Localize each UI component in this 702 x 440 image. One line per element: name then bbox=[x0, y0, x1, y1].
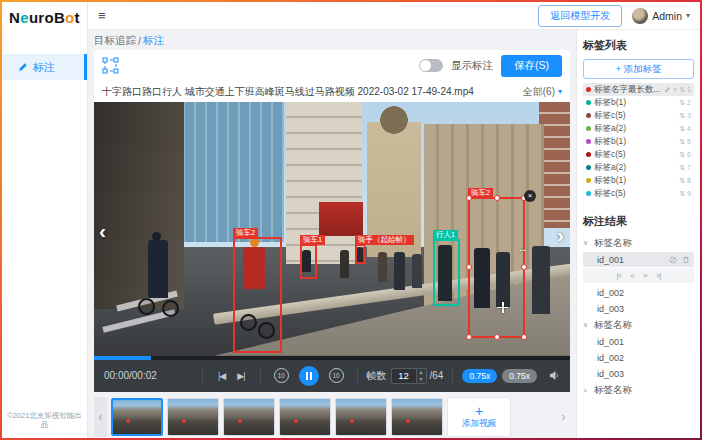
label-name: 标签b(1) bbox=[594, 136, 676, 148]
label-shortcut: 4 bbox=[687, 125, 691, 132]
forward-10-icon[interactable]: 10 bbox=[329, 368, 344, 383]
logo-part: o bbox=[65, 9, 74, 26]
label-name: 标签c(5) bbox=[594, 149, 676, 161]
add-label-button[interactable]: + 添加标签 bbox=[583, 59, 694, 79]
next-frame-icon[interactable]: ▶| bbox=[237, 371, 244, 381]
divider bbox=[357, 367, 358, 385]
result-item[interactable]: id_001 bbox=[583, 334, 694, 349]
result-item[interactable]: id_002 bbox=[583, 285, 694, 300]
label-shortcut: 3 bbox=[687, 112, 691, 119]
sort-icon: ⇅ bbox=[679, 112, 685, 120]
bbox-cyclist2[interactable]: 骑车2 bbox=[233, 237, 282, 353]
resize-handle[interactable] bbox=[521, 334, 527, 340]
thumbs-prev-chevron[interactable]: ‹ bbox=[94, 397, 107, 437]
video-thumbnail-1[interactable] bbox=[111, 398, 163, 436]
label-name: 标签b(1) bbox=[594, 175, 676, 187]
sidebar-item-annotate[interactable]: 标注 bbox=[2, 54, 87, 80]
next-video-chevron[interactable]: › bbox=[557, 224, 564, 245]
speed-button-active[interactable]: 0.75x bbox=[462, 369, 497, 383]
result-group-collapsed[interactable]: > 标签名称 bbox=[583, 382, 694, 398]
bbox-pedestrian1[interactable]: 行人1 bbox=[433, 239, 460, 306]
bbox-cyclist2-selected[interactable]: 骑车2 × bbox=[468, 197, 525, 338]
label-item[interactable]: 标签a(2) ⇅7 bbox=[583, 161, 694, 174]
breadcrumb-parent[interactable]: 目标追踪 bbox=[94, 34, 136, 48]
bbox-tool-icon[interactable] bbox=[102, 57, 119, 74]
result-id: id_002 bbox=[597, 353, 624, 363]
result-item[interactable]: id_002 bbox=[583, 350, 694, 365]
resize-handle[interactable] bbox=[466, 195, 472, 201]
label-color-dot bbox=[586, 152, 591, 157]
video-thumbnail-6[interactable] bbox=[391, 398, 443, 436]
label-item[interactable]: 标签c(5) ⇅9 bbox=[583, 187, 694, 200]
resize-handle[interactable] bbox=[494, 195, 500, 201]
first-page-icon[interactable]: |< bbox=[617, 271, 622, 280]
delete-box-icon[interactable]: × bbox=[524, 190, 536, 202]
add-video-button[interactable]: + 添加视频 bbox=[447, 397, 511, 437]
label-item[interactable]: 标签a(2) ⇅4 bbox=[583, 122, 694, 135]
label-item[interactable]: 标签b(1) ⇅8 bbox=[583, 174, 694, 187]
user-name: Admin bbox=[652, 10, 682, 22]
group-name: 标签名称 bbox=[594, 384, 632, 397]
label-color-dot bbox=[586, 126, 591, 131]
thumbs-next-chevron[interactable]: › bbox=[557, 397, 570, 437]
speed-button[interactable]: 0.75x bbox=[502, 369, 537, 383]
main-content: 目标追踪 / 标注 bbox=[88, 30, 576, 438]
video-thumbnail-5[interactable] bbox=[335, 398, 387, 436]
resize-handle[interactable] bbox=[466, 334, 472, 340]
video-thumbnail-3[interactable] bbox=[223, 398, 275, 436]
visibility-icon[interactable] bbox=[669, 256, 677, 264]
frame-number-input[interactable] bbox=[391, 368, 417, 384]
time-display: 00:00/00:02 bbox=[104, 370, 157, 381]
video-thumbnail-2[interactable] bbox=[167, 398, 219, 436]
next-page-icon[interactable]: > bbox=[643, 271, 647, 280]
frame-stepper[interactable]: ▲▼ bbox=[417, 368, 427, 384]
chevron-right-icon: > bbox=[583, 387, 590, 394]
show-annotation-toggle[interactable] bbox=[419, 59, 443, 72]
trash-icon[interactable] bbox=[682, 256, 690, 264]
volume-icon[interactable] bbox=[549, 370, 560, 381]
result-item[interactable]: id_003 bbox=[583, 366, 694, 381]
save-button[interactable]: 保存(S) bbox=[501, 55, 562, 77]
prev-video-chevron[interactable]: ‹ bbox=[99, 220, 106, 241]
video-progress-bar[interactable] bbox=[94, 356, 570, 360]
label-item[interactable]: 标签名字最长数... × ⇅ 1 bbox=[583, 83, 694, 96]
filter-value: 全部(6) bbox=[523, 85, 555, 99]
step-up-icon[interactable]: ▲ bbox=[417, 369, 426, 376]
result-group[interactable]: ∨ 标签名称 bbox=[583, 235, 694, 251]
collapse-menu-icon[interactable]: ≡ bbox=[98, 8, 106, 23]
video-frame[interactable]: 骑车2 骑车1 骑手（起始帧） 行人1 骑车2 bbox=[94, 102, 570, 356]
label-item[interactable]: 标签c(5) ⇅3 bbox=[583, 109, 694, 122]
filter-dropdown[interactable]: 全部(6) ▾ bbox=[523, 85, 562, 99]
result-item-selected[interactable]: id_001 bbox=[583, 252, 694, 267]
result-item[interactable]: id_003 bbox=[583, 301, 694, 316]
label-shortcut: 8 bbox=[687, 177, 691, 184]
label-item[interactable]: 标签b(1) ⇅2 bbox=[583, 96, 694, 109]
step-down-icon[interactable]: ▼ bbox=[417, 376, 426, 383]
prev-page-icon[interactable]: < bbox=[630, 271, 634, 280]
bbox-label: 骑车2 bbox=[233, 228, 258, 238]
rewind-10-icon[interactable]: 10 bbox=[274, 368, 289, 383]
scene-cyclist-head bbox=[152, 232, 161, 241]
last-page-icon[interactable]: >| bbox=[656, 271, 661, 280]
label-color-dot bbox=[586, 139, 591, 144]
delete-label-icon[interactable]: × bbox=[673, 86, 677, 93]
video-thumbnail-4[interactable] bbox=[279, 398, 331, 436]
breadcrumb-separator: / bbox=[138, 35, 141, 47]
progress-fill bbox=[94, 356, 151, 360]
resize-handle[interactable] bbox=[494, 334, 500, 340]
sort-icon: ⇅ bbox=[679, 138, 685, 146]
result-group[interactable]: ∨ 标签名称 bbox=[583, 317, 694, 333]
scene-pedestrian bbox=[340, 250, 349, 278]
user-menu[interactable]: Admin ▾ bbox=[632, 8, 690, 24]
edit-label-icon[interactable] bbox=[664, 86, 671, 93]
label-shortcut: 1 bbox=[687, 86, 691, 93]
back-to-model-dev-button[interactable]: 返回模型开发 bbox=[538, 5, 622, 27]
label-item[interactable]: 标签c(5) ⇅6 bbox=[583, 148, 694, 161]
resize-handle[interactable] bbox=[466, 264, 472, 270]
prev-frame-icon[interactable]: |◀ bbox=[218, 371, 225, 381]
bbox-rider-startframe[interactable]: 骑手（起始帧） bbox=[355, 244, 366, 264]
bbox-cyclist1[interactable]: 骑车1 bbox=[300, 244, 317, 279]
pause-button[interactable] bbox=[299, 366, 319, 386]
label-color-dot bbox=[586, 87, 591, 92]
label-item[interactable]: 标签b(1) ⇅5 bbox=[583, 135, 694, 148]
